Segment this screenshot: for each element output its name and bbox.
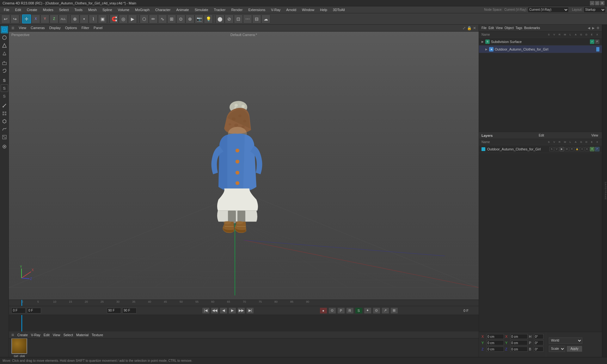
obj-tag2[interactable]: P: [595, 39, 599, 44]
floor-btn[interactable]: ⊟: [252, 15, 261, 23]
goto-end-btn[interactable]: ▶|: [246, 307, 254, 314]
next-key-btn[interactable]: ▶▶: [237, 307, 245, 314]
layers-menu-edit[interactable]: Edit: [537, 133, 545, 138]
menu-modes[interactable]: Modes: [40, 7, 56, 12]
stitch-btn[interactable]: [1, 133, 8, 141]
edge-mode-btn[interactable]: ⌇: [89, 15, 98, 23]
p-input[interactable]: [534, 340, 543, 345]
mograph-btn[interactable]: ⊛: [186, 15, 194, 23]
menu-volume[interactable]: Volume: [115, 7, 132, 12]
y-pos-input[interactable]: [487, 340, 504, 345]
material-thumb-0[interactable]: [11, 338, 27, 354]
camera-btn[interactable]: 📷: [195, 15, 204, 23]
vp-lock-icon[interactable]: 🔒: [467, 26, 472, 30]
object-mode-btn[interactable]: ⊕: [71, 15, 79, 23]
vp-menu-cameras[interactable]: Cameras: [29, 25, 47, 31]
h-input[interactable]: [534, 334, 543, 339]
sky-btn[interactable]: ☁: [261, 15, 270, 23]
layer-item-0[interactable]: Outdoor_Autumn_Clothes_for_Girl S V ▶ M …: [479, 145, 602, 153]
menu-create[interactable]: Create: [24, 7, 40, 12]
menu-window[interactable]: Window: [299, 7, 317, 12]
play-btn[interactable]: ▶: [229, 307, 236, 314]
scale-select[interactable]: Scale Unit: [549, 346, 565, 352]
layer-icon-p[interactable]: P: [595, 147, 599, 151]
selection-btn[interactable]: [1, 59, 8, 67]
obj-item-outfit[interactable]: ▶ ◈ Outdoor_Autumn_Clothes_for_Girl: [479, 46, 602, 53]
maximize-button[interactable]: □: [595, 1, 599, 5]
mat-menu-texture[interactable]: Texture: [90, 332, 104, 337]
menu-tools[interactable]: Tools: [72, 7, 85, 12]
layer-icon-e[interactable]: E: [585, 147, 589, 151]
render-view-btn[interactable]: ◎: [119, 15, 128, 23]
light-btn[interactable]: 💡: [204, 15, 213, 23]
layer-icon-x[interactable]: X: [580, 147, 584, 151]
minimize-button[interactable]: −: [590, 1, 594, 5]
menu-mesh[interactable]: Mesh: [86, 7, 99, 12]
menu-simulate[interactable]: Simulate: [192, 7, 211, 12]
undo-button[interactable]: ↩: [1, 15, 10, 23]
vp-menu-view[interactable]: View: [17, 25, 28, 31]
prev-key-btn[interactable]: ◀: [220, 307, 227, 314]
end-frame-input[interactable]: [107, 308, 121, 313]
menu-help[interactable]: Help: [317, 7, 330, 12]
deform-btn[interactable]: ⊞: [167, 15, 176, 23]
weight-mode-btn[interactable]: [1, 50, 8, 57]
texture-mode-btn[interactable]: [1, 34, 8, 41]
obj-menu-edit[interactable]: Edit: [488, 26, 494, 30]
menu-extensions[interactable]: Extensions: [246, 7, 268, 12]
mat-hamburger-icon[interactable]: ≡: [11, 332, 14, 337]
obj-item-subdivision[interactable]: ▶ S Subdivision Surface ✓ P: [479, 38, 602, 46]
paint-mode-btn[interactable]: [1, 42, 8, 49]
mat-menu-view[interactable]: View: [52, 332, 62, 337]
mat-menu-vray[interactable]: V-Ray: [30, 332, 42, 337]
layer-icon-s[interactable]: S: [549, 147, 554, 151]
obj-menu-bookmarks[interactable]: Bookmarks: [524, 26, 540, 30]
key-scl-btn[interactable]: S: [355, 307, 363, 314]
move-tool-button[interactable]: ✛: [22, 15, 31, 23]
goto-start-btn[interactable]: |◀: [202, 307, 210, 314]
obj-icon1[interactable]: ◀: [588, 26, 590, 30]
mat-menu-create[interactable]: Create: [16, 332, 29, 337]
obj-menu-tags[interactable]: Tags: [516, 26, 522, 30]
viewport-canvas[interactable]: Perspective Default Camera:*: [9, 32, 479, 300]
point-mode-btn[interactable]: •: [80, 15, 89, 23]
auto-key-btn[interactable]: ⊙: [328, 307, 336, 314]
snap-btn[interactable]: 🧲: [110, 15, 119, 23]
menu-spline[interactable]: Spline: [100, 7, 115, 12]
b-input[interactable]: [534, 347, 543, 352]
smooth-btn[interactable]: [1, 125, 8, 133]
s3-btn[interactable]: S: [1, 92, 8, 100]
cube-btn[interactable]: ⬡: [140, 15, 149, 23]
vp-expand-icon[interactable]: ⤢: [463, 26, 466, 30]
node-space-select[interactable]: Current (V-Ray): [528, 7, 569, 13]
apply-button[interactable]: Apply: [567, 346, 582, 352]
layout-select[interactable]: Startup: [584, 7, 606, 13]
prev-frame-btn[interactable]: ◀◀: [211, 307, 218, 314]
pen-btn[interactable]: ✏: [149, 15, 158, 23]
hex-btn[interactable]: [1, 118, 8, 125]
s2-btn[interactable]: S: [1, 84, 8, 92]
obj-tag1[interactable]: ✓: [590, 39, 594, 44]
world-select[interactable]: World Local Object: [549, 337, 582, 344]
param-btn[interactable]: [1, 143, 8, 150]
obj-menu-file[interactable]: File: [481, 26, 487, 30]
layer-icon-render[interactable]: R: [590, 147, 594, 151]
timeline-keyframes[interactable]: [9, 315, 479, 331]
menu-vray[interactable]: V-Ray: [268, 7, 283, 12]
record-btn[interactable]: ●: [320, 307, 327, 314]
menu-file[interactable]: File: [1, 7, 12, 12]
menu-edit[interactable]: Edit: [13, 7, 24, 12]
close-button[interactable]: ✕: [600, 1, 604, 5]
key-rot-btn[interactable]: R: [346, 307, 354, 314]
material-item-0[interactable]: Girl_cloti: [11, 338, 27, 357]
grid-btn[interactable]: [1, 110, 8, 117]
menu-render[interactable]: Render: [229, 7, 245, 12]
hamburger-icon[interactable]: ≡: [11, 25, 14, 31]
scale2-tool-button[interactable]: Z: [50, 15, 58, 23]
render-btn[interactable]: ▶: [128, 15, 137, 23]
menu-tracker[interactable]: Tracker: [212, 7, 228, 12]
menu-mograph[interactable]: MoGraph: [132, 7, 152, 12]
viewport[interactable]: ≡ View Cameras Display Options Filter Pa…: [9, 25, 479, 300]
field-btn[interactable]: ⬤: [216, 15, 224, 23]
xref-btn[interactable]: ⊘: [225, 15, 234, 23]
